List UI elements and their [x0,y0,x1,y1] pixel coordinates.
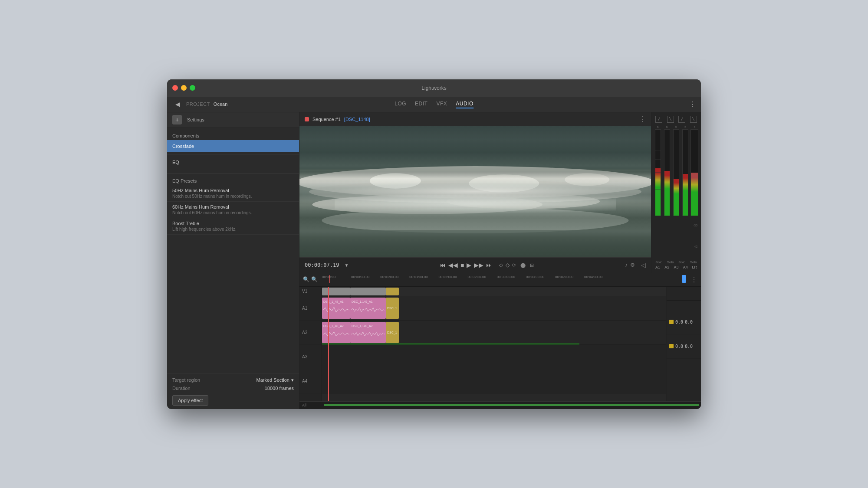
solo-a3[interactable]: Solo [678,260,685,264]
meter-bar-a4 [682,129,688,216]
meter-bar-a3 [673,129,679,216]
transport-to-start[interactable]: ⏮ [440,262,446,269]
panel-footer: Target region Marked Section ▾ Duration … [167,373,299,409]
nav-items: LOG EDIT VFX AUDIO [395,100,473,108]
a2-clip-2[interactable]: DSC_1,149_A2 [350,322,386,343]
preset-50hz-desc: Notch out 50Hz mains hum in recordings. [172,194,294,199]
db-neg42: -42 [693,245,699,248]
a1-waveform-1 [322,304,350,317]
back-button[interactable]: ◀ [172,99,183,109]
meter-col-a4 [681,129,689,258]
all-track-row: All [299,401,701,409]
a2-label: A2 [302,330,307,335]
track-content-area: DSC_1_48_A1 DSC_1,149_A1 [322,287,666,401]
timecode-dropdown[interactable]: ▼ [344,263,349,268]
track-label-a4: A4 [299,369,322,393]
a1-clip-1[interactable]: DSC_1_48_A1 [322,298,350,319]
transport-stop[interactable]: ■ [460,262,464,269]
timeline-more-icon[interactable]: ⋮ [690,275,697,284]
apply-effect-button[interactable]: Apply effect [172,395,208,406]
nav-edit[interactable]: EDIT [415,100,427,108]
a1-track: DSC_1_48_A1 DSC_1,149_A1 [322,296,666,321]
mark-out-icon[interactable]: ◇ [506,262,510,268]
component-eq[interactable]: EQ [167,156,299,168]
transport-extra: ◇ ◇ ⟳ ⬤ ⊞ [499,262,534,268]
a2-gain-value: 0.0 [675,344,683,349]
transport-play[interactable]: ▶ [467,262,471,269]
close-button[interactable] [172,85,178,91]
zoom-out-icon[interactable]: 🔍 [303,276,309,282]
transport-rewind[interactable]: ◀◀ [448,262,458,269]
menu-more-icon[interactable]: ⋮ [689,100,696,108]
minimize-button[interactable] [181,85,187,91]
transport-to-end[interactable]: ⏭ [486,262,492,269]
a1-clip-1-label: DSC_1_48_A1 [322,300,350,304]
nav-audio[interactable]: AUDIO [456,100,473,108]
a2-clip-1[interactable]: DSC_1_48_A2 [322,322,350,343]
ruler-230: 00:02:30.00 [468,275,486,279]
loop-icon[interactable]: ⟳ [512,262,516,268]
preview-area: Sequence #1 [DSC_1148] ⋮ [299,112,651,273]
v-clip-1[interactable] [322,288,350,295]
panel-expand-icon[interactable]: ◁ [641,262,646,269]
preset-60hz-name: 60Hz Mains Hum Removal [172,204,294,210]
meter-icon-2[interactable]: ╲ [667,116,674,123]
meter-icon-1[interactable]: ╱ [655,116,662,123]
preset-60hz[interactable]: 60Hz Mains Hum Removal Notch out 60Hz ma… [167,202,299,218]
ch-a3: A3 [672,265,680,269]
meter-fill-a1 [655,168,661,216]
v-clip-2[interactable] [350,288,386,295]
ruler-430: 00:04:30.00 [584,275,602,279]
add-component-button[interactable]: + [172,115,182,124]
transport-controls: ⏮ ◀◀ ■ ▶ ▶▶ ⏭ [440,262,492,269]
a2-gain-row: 0.0 0.0 [667,334,701,359]
maximize-button[interactable] [190,85,195,91]
v-clip-3[interactable] [386,288,399,295]
settings-button[interactable]: Settings [187,117,204,122]
mark-in-icon[interactable]: ◇ [499,262,503,268]
transport-fast-forward[interactable]: ▶▶ [474,262,483,269]
a2-clip-3[interactable]: DSC_1 [386,322,399,343]
meter-col-a2 [663,129,671,258]
preset-boost-treble[interactable]: Boost Treble Lift high frequencies above… [167,218,299,235]
meter-icon-3[interactable]: ╱ [678,116,685,123]
meter-icon-4[interactable]: ╲ [690,116,697,123]
all-bar [324,404,699,406]
a1-clip-2[interactable]: DSC_1,149_A1 [350,298,386,319]
nav-vfx[interactable]: VFX [436,100,447,108]
a1-waveform-2 [350,304,386,317]
ruler-3m: 00:03:00.00 [497,275,515,279]
preview-right-controls: ♪ ⚙ ◁ [625,262,646,269]
solo-a1[interactable]: Solo [655,260,662,264]
video-frame [299,126,651,257]
settings-icon[interactable]: ⚙ [630,262,635,268]
timeline-right-v1 [667,301,701,310]
a1-gain-value: 0.0 [675,320,683,324]
ruler-2m: 00:02:00.00 [438,275,457,279]
project-name[interactable]: Ocean [214,102,227,107]
traffic-lights [172,85,195,91]
scale-6-a2: 6 [663,125,671,128]
component-crossfade[interactable]: Crossfade [167,140,299,152]
audio-icon[interactable]: ♪ [625,262,628,268]
timeline-right: 0.0 0.0 0.0 0.0 [666,287,701,401]
zoom-in-icon[interactable]: 🔍 [311,276,318,282]
preview-more-icon[interactable]: ⋮ [639,115,646,123]
sync-icon[interactable]: ⊞ [530,262,534,268]
ruler-30s: 00:00:30.00 [351,275,369,279]
a1-clip-3[interactable]: DSC_1 [386,298,399,319]
preset-50hz[interactable]: 50Hz Mains Hum Removal Notch out 50Hz ma… [167,185,299,202]
solo-a2[interactable]: Solo [667,260,674,264]
meter-fill-a2 [664,171,670,216]
zoom-controls: 🔍 🔍 [303,276,318,282]
db-line-a1-4 [655,151,661,151]
meters-panel: ╱ ╲ ╱ ╲ 6 6 6 6 6 [651,112,701,273]
record-icon[interactable]: ⬤ [520,262,526,268]
meter-bar-a1 [655,129,661,216]
end-marker[interactable] [682,275,686,283]
solo-a4[interactable]: Solo [690,260,697,264]
target-region-label: Target region [172,377,200,383]
target-region-value[interactable]: Marked Section ▾ [256,377,294,383]
meters-solo-row: Solo Solo Solo Solo [653,260,699,264]
nav-log[interactable]: LOG [395,100,406,108]
